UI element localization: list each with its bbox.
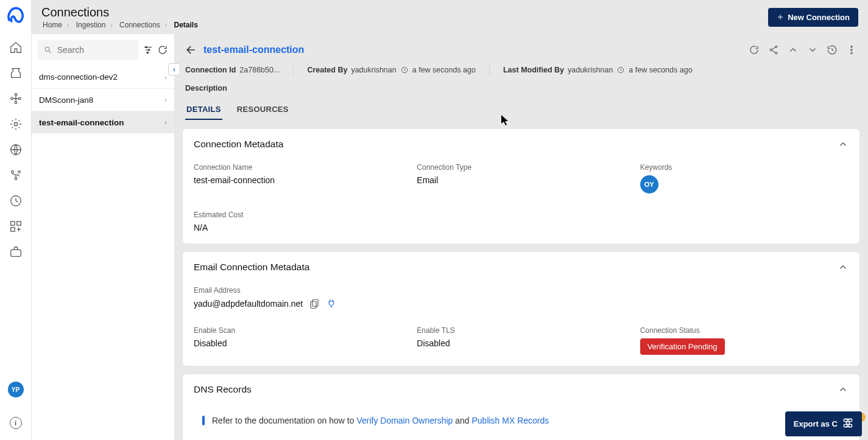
status-badge: Verification Pending [640,338,725,355]
svg-point-2 [15,102,17,104]
back-arrow-icon[interactable] [185,44,197,56]
keyword-chip[interactable]: OY [640,175,658,194]
flow-icon[interactable] [9,168,23,183]
more-icon[interactable] [846,44,857,55]
list-item[interactable]: test-email-connection› [32,111,174,133]
collapse-card-icon[interactable] [838,139,849,150]
card-title: DNS Records [194,384,252,395]
connections-list-panel: dms-connection-dev2› DMSconn-jan8› test-… [32,34,174,440]
crumb-current: Details [174,21,198,29]
field-value: test-email-connection [194,175,402,185]
field-label: Email Address [194,286,849,295]
clock-icon [400,66,409,74]
crumb-home[interactable]: Home [43,21,62,29]
info-banner: Refer to the documentation on how to Ver… [194,405,849,436]
created-by-label: Created By [307,66,347,74]
collapse-card-icon[interactable] [838,262,849,273]
created-by-user: yadukrishnan [351,66,396,74]
tab-details[interactable]: DETAILS [185,105,222,120]
svg-point-22 [851,49,852,51]
field-label: Estimated Cost [194,211,402,219]
svg-point-1 [15,94,17,96]
chevron-right-icon: › [164,74,167,81]
detail-actions [749,44,857,55]
svg-point-14 [45,47,49,51]
chevron-down-icon[interactable] [807,44,818,55]
svg-point-6 [11,171,13,173]
list-item[interactable]: DMSconn-jan8› [32,88,174,111]
connection-id-label: Connection Id [185,66,236,74]
chevron-right-icon: › [164,96,167,103]
clock-icon [616,66,625,74]
field-label: Connection Type [417,163,625,172]
search-field[interactable] [57,45,133,55]
clock-icon[interactable] [9,194,23,208]
verify-domain-link[interactable]: Verify Domain Ownership [356,416,453,425]
refresh-icon[interactable] [749,44,760,55]
gear-icon[interactable] [9,117,23,131]
field-value: Disabled [417,338,625,348]
dns-records-card: DNS Records Refer to the documentation o… [183,374,859,440]
modified-by-user: yadukrishnan [568,66,613,74]
history-icon[interactable] [827,44,838,55]
page-title: Connections [41,5,199,19]
crumb-ingestion[interactable]: Ingestion [76,21,106,29]
email-metadata-card: Email Connection Metadata Email Address … [183,252,859,366]
copy-icon[interactable] [309,298,320,309]
svg-point-20 [775,52,777,54]
tab-resources[interactable]: RESOURCES [236,105,290,120]
publish-mx-link[interactable]: Publish MX Records [471,416,549,425]
field-value: Email [417,175,625,185]
refresh-icon[interactable] [157,44,168,55]
svg-point-7 [18,171,20,173]
globe-icon[interactable] [9,142,23,157]
svg-point-0 [10,97,13,100]
list-item[interactable]: dms-connection-dev2› [32,66,174,88]
app-logo [5,5,27,27]
field-label: Connection Status [640,326,849,335]
card-title: Connection Metadata [194,139,283,150]
chevron-up-icon[interactable] [788,44,799,55]
svg-rect-26 [312,299,318,306]
field-label: Enable Scan [194,326,402,335]
connection-details: test-email-connection Connection Id 2a78… [174,34,868,440]
svg-point-18 [770,49,772,51]
crumb-connections[interactable]: Connections [119,21,160,29]
svg-point-8 [15,178,17,180]
email-address-value: yadu@adpdefaultdomain.net [194,299,303,309]
modified-by-label: Last Modified By [503,66,564,74]
home-icon[interactable] [9,40,23,55]
navigation-rail: YP i [0,0,32,440]
field-label: Connection Name [194,163,402,172]
svg-rect-10 [10,222,14,225]
filter-icon[interactable] [143,44,153,55]
connection-metadata-card: Connection Metadata Connection Name test… [183,129,859,243]
svg-rect-12 [10,228,14,231]
graph-icon[interactable] [9,91,23,106]
share-icon[interactable] [768,44,779,55]
field-value: Disabled [194,338,402,348]
collapse-card-icon[interactable] [838,384,849,395]
apps-icon[interactable] [9,219,23,234]
command-icon [842,417,853,430]
export-button[interactable]: Export as C [785,411,862,436]
svg-rect-13 [10,250,21,256]
info-accent-bar [202,416,205,425]
svg-point-21 [851,46,852,47]
new-connection-button[interactable]: New Connection [768,8,858,27]
plug-icon[interactable] [326,298,337,309]
svg-rect-27 [311,301,316,308]
info-icon[interactable]: i [10,417,22,429]
field-value: N/A [194,223,402,232]
created-ago: a few seconds ago [412,66,476,74]
modified-ago: a few seconds ago [629,66,692,74]
description-label: Description [185,84,857,93]
search-input[interactable] [38,40,139,60]
svg-point-23 [851,52,852,54]
ingestion-icon[interactable] [9,66,23,80]
collapse-panel-handle[interactable]: ‹ [168,63,180,75]
search-icon [44,45,52,55]
user-avatar[interactable]: YP [8,382,24,397]
field-label: Enable TLS [417,326,625,335]
work-icon[interactable] [9,245,23,259]
